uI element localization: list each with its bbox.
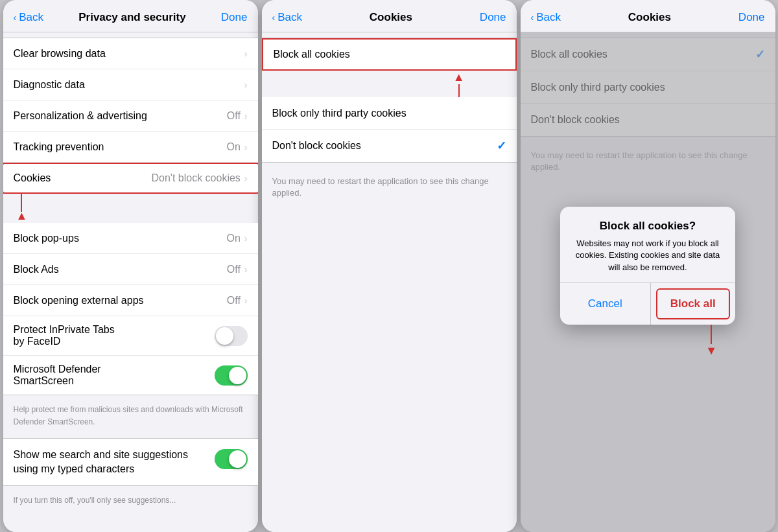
row-block-ads[interactable]: Block Ads Off › (3, 254, 258, 285)
nav-bar-1: ‹ Back Privacy and security Done (3, 0, 258, 32)
section-main: Clear browsing data › Diagnostic data › … (3, 38, 258, 395)
cookies-helper-text: You may need to restart the application … (262, 168, 517, 207)
label-dont-block: Don't block cookies (272, 140, 497, 152)
toggle-knob-defender (229, 367, 246, 384)
chevron-block-ads: › (244, 264, 248, 275)
row-tracking[interactable]: Tracking prevention On › (3, 132, 258, 163)
screen-privacy-security: ‹ Back Privacy and security Done Clear b… (3, 0, 258, 532)
chevron-block-popups: › (244, 233, 248, 244)
row-clear-browsing[interactable]: Clear browsing data › (3, 38, 258, 69)
label-personalization: Personalization & advertising (14, 110, 227, 122)
label-defender: Microsoft DefenderSmartScreen (14, 364, 215, 387)
chevron-tracking: › (244, 142, 248, 152)
value-block-ads: Off (227, 264, 241, 275)
chevron-diagnostic: › (244, 80, 248, 90)
arrow-head-2: ▲ (453, 71, 465, 84)
checkmark-dont-block: ✓ (497, 139, 506, 153)
defender-helper-text: Help protect me from malicious sites and… (3, 400, 258, 433)
dialog-content: Block all cookies? Websites may not work… (560, 207, 735, 283)
screen-cookies-dialog: ‹ Back Cookies Done Block all cookies ✓ … (521, 0, 775, 532)
arrow-head-dialog: ▼ (705, 344, 717, 358)
done-button-3[interactable]: Done (738, 11, 765, 24)
option-dont-block[interactable]: Don't block cookies ✓ (262, 130, 517, 162)
value-block-popups: On (226, 233, 240, 244)
dialog-buttons: Cancel Block all (560, 283, 735, 325)
nav-title-1: Privacy and security (78, 11, 185, 24)
value-tracking: On (226, 141, 240, 153)
chevron-left-icon-1: ‹ (14, 12, 17, 23)
back-button-2[interactable]: ‹ Back (272, 11, 302, 24)
chevron-cookies: › (244, 173, 248, 183)
toggle-defender[interactable] (215, 365, 248, 386)
back-button-3[interactable]: ‹ Back (531, 11, 561, 24)
chevron-left-icon-3: ‹ (531, 12, 534, 23)
row-block-external[interactable]: Block opening external apps Off › (3, 285, 258, 316)
value-cookies: Don't block cookies (151, 172, 240, 184)
block-all-button-wrap: Block all (651, 283, 736, 325)
arrow-annotation-cookies: ▲ (3, 194, 258, 223)
screen-3-content: Block all cookies ✓ Block only third par… (521, 32, 775, 532)
back-button-1[interactable]: ‹ Back (14, 11, 43, 24)
dialog-overlay: Block all cookies? Websites may not work… (521, 32, 775, 532)
done-button-1[interactable]: Done (221, 11, 248, 24)
section-search: Show me search and site suggestions usin… (3, 438, 258, 487)
label-tracking: Tracking prevention (14, 141, 227, 153)
screens-container: ‹ Back Privacy and security Done Clear b… (3, 0, 775, 532)
arrow-annotation-block-all: ▲ (262, 71, 517, 97)
nav-title-3: Cookies (628, 11, 671, 24)
arrow-annotation-dialog: ▼ (560, 325, 735, 358)
label-block-popups: Block pop-ups (14, 233, 227, 244)
label-search-suggestions: Show me search and site suggestions usin… (14, 448, 215, 477)
arrow-line-2 (458, 84, 460, 97)
chevron-block-external: › (244, 295, 248, 306)
dialog-message: Websites may not work if you block all c… (571, 238, 725, 273)
toggle-knob-search (229, 450, 246, 468)
screen-cookies: ‹ Back Cookies Done Block all cookies ▲ (262, 0, 517, 532)
value-personalization: Off (227, 110, 241, 122)
label-block-all: Block all cookies (274, 49, 505, 60)
block-all-button[interactable]: Block all (656, 288, 731, 319)
cookies-list: Block all cookies ▲ Block only third par… (262, 32, 517, 532)
dialog-with-arrow: Block all cookies? Websites may not work… (521, 207, 775, 358)
chevron-personalization: › (244, 111, 248, 121)
row-search-suggestions: Show me search and site suggestions usin… (3, 439, 258, 486)
label-block-third-party: Block only third party cookies (272, 108, 506, 119)
search-helper-text: If you turn this off, you'll only see su… (3, 491, 258, 511)
back-label-1: Back (19, 11, 43, 24)
dialog-title: Block all cookies? (571, 220, 725, 233)
option-block-third-party[interactable]: Block only third party cookies (262, 97, 517, 130)
row-diagnostic[interactable]: Diagnostic data › (3, 69, 258, 100)
row-block-popups[interactable]: Block pop-ups On › (3, 223, 258, 254)
back-label-2: Back (277, 11, 302, 24)
arrow-head-1: ▲ (16, 209, 28, 223)
chevron-left-icon-2: ‹ (272, 12, 276, 23)
done-button-2[interactable]: Done (480, 11, 506, 24)
row-defender: Microsoft DefenderSmartScreen (3, 356, 258, 395)
nav-title-2: Cookies (370, 11, 412, 24)
cookies-options-section: Block all cookies ▲ Block only third par… (262, 38, 517, 163)
row-personalization[interactable]: Personalization & advertising Off › (3, 100, 258, 132)
label-block-external: Block opening external apps (14, 295, 227, 306)
toggle-protect-inprivate[interactable] (215, 326, 248, 346)
option-block-all[interactable]: Block all cookies (262, 38, 517, 71)
row-protect-inprivate: Protect InPrivate Tabsby FaceID (3, 316, 258, 356)
cancel-button[interactable]: Cancel (560, 283, 651, 325)
defender-helper-label: Help protect me from malicious sites and… (14, 405, 243, 426)
dialog-box: Block all cookies? Websites may not work… (560, 207, 735, 325)
search-helper-label: If you turn this off, you'll only see su… (14, 496, 176, 505)
label-block-ads: Block Ads (14, 264, 227, 275)
toggle-knob-protect (216, 327, 233, 345)
label-cookies: Cookies (14, 172, 152, 184)
arrow-line-dialog (711, 325, 712, 344)
value-block-external: Off (227, 295, 241, 306)
nav-bar-2: ‹ Back Cookies Done (262, 0, 517, 32)
row-cookies[interactable]: Cookies Don't block cookies › (3, 163, 258, 194)
back-label-3: Back (536, 11, 561, 24)
label-diagnostic: Diagnostic data (14, 79, 244, 91)
toggle-search-suggestions[interactable] (215, 449, 248, 469)
nav-bar-3: ‹ Back Cookies Done (521, 0, 775, 32)
settings-list-1: Clear browsing data › Diagnostic data › … (3, 32, 258, 532)
label-clear-browsing: Clear browsing data (14, 48, 244, 60)
chevron-clear-browsing: › (244, 49, 248, 59)
label-protect-inprivate: Protect InPrivate Tabsby FaceID (14, 324, 215, 347)
